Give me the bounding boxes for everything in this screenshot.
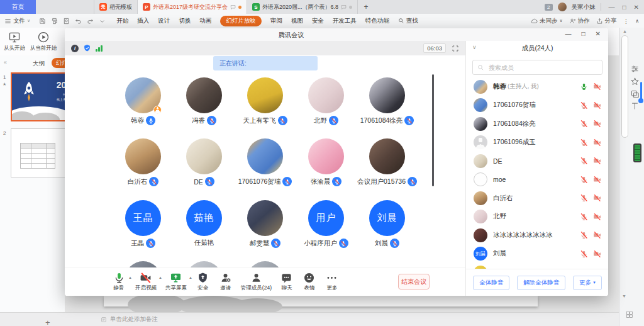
file-menu[interactable]: 文件 ∨ xyxy=(0,17,35,25)
meeting-maximize-button[interactable]: □ xyxy=(582,30,586,37)
notes-placeholder[interactable]: 单击此处添加备注 xyxy=(101,315,158,323)
meeting-security-shield-icon[interactable] xyxy=(83,44,91,52)
mute-button[interactable]: 静音 xyxy=(111,272,126,292)
scrollbar-thumb[interactable] xyxy=(621,35,628,138)
collaborate-button[interactable]: 协作 xyxy=(569,17,590,25)
security-button[interactable]: 安全 xyxy=(196,272,211,292)
participant-tile[interactable]: 17061076贺瑞 xyxy=(235,138,296,186)
chevron-up-icon[interactable]: ▲ xyxy=(158,276,162,279)
mic-muted-icon[interactable] xyxy=(580,194,588,202)
participant-tile[interactable]: 刘晨 刘晨 xyxy=(357,200,418,248)
ribbon-tab-design[interactable]: 设计 xyxy=(158,17,170,25)
more-tools-icon[interactable] xyxy=(99,18,106,25)
play-from-current-button[interactable]: 从当前开始 xyxy=(29,31,58,52)
manage-members-button[interactable]: 管理成员(24) xyxy=(241,272,272,292)
reactions-button[interactable]: 表情 xyxy=(302,272,317,292)
participant-tile[interactable]: 郝雯慧 xyxy=(235,200,296,248)
participant-tile[interactable]: 天上有零飞 xyxy=(235,77,296,125)
member-row[interactable]: 冰冰冰冰冰冰冰冰冰 xyxy=(466,226,608,245)
meeting-minimize-button[interactable]: — xyxy=(565,30,572,37)
chevron-up-icon[interactable]: ▲ xyxy=(128,276,132,279)
participant-tile[interactable]: 用户 小程序用户 xyxy=(296,200,357,248)
ribbon-tab-devtools[interactable]: 开发工具 xyxy=(333,17,357,25)
member-search-input[interactable] xyxy=(487,64,597,72)
mic-muted-icon[interactable] xyxy=(580,250,588,258)
undo-icon[interactable] xyxy=(75,18,82,25)
camera-off-icon[interactable] xyxy=(593,176,601,184)
mute-all-button[interactable]: 全体静音 xyxy=(473,276,509,290)
more-actions-button[interactable]: 更多 ▾ xyxy=(573,276,602,290)
tab-document-spreadsheet[interactable]: S 外语系2020届...（两个表）6.8 xyxy=(247,0,358,14)
ribbon-tab-security[interactable]: 安全 xyxy=(312,17,324,25)
camera-off-icon[interactable] xyxy=(593,250,601,258)
slide-sorter-view-icon[interactable] xyxy=(626,311,633,318)
member-row[interactable]: 刘晨 刘晨 xyxy=(466,245,608,264)
shapes-icon[interactable] xyxy=(630,89,640,99)
meeting-close-button[interactable]: ✕ xyxy=(596,30,601,37)
chevron-down-icon[interactable]: ∨ xyxy=(472,44,477,50)
member-row[interactable]: 17061084徐亮 xyxy=(466,115,608,133)
effects-star-icon[interactable] xyxy=(630,77,640,86)
sync-status-button[interactable]: 未同步 ∨ xyxy=(531,17,563,25)
mic-muted-icon[interactable] xyxy=(580,176,588,184)
mic-muted-icon[interactable] xyxy=(580,157,588,165)
ribbon-tab-review[interactable]: 审阅 xyxy=(270,17,282,25)
ribbon-tab-view[interactable]: 视图 xyxy=(291,17,303,25)
share-screen-button[interactable]: 共享屏幕 xyxy=(165,272,187,292)
scroll-down-icon[interactable]: ▼ xyxy=(622,294,626,298)
member-row[interactable]: 北野 xyxy=(466,208,608,227)
participant-tile[interactable]: 茹艳 任茹艳 xyxy=(174,200,235,248)
window-minimize-button[interactable]: — xyxy=(609,4,615,11)
mic-muted-icon[interactable] xyxy=(580,120,588,128)
collapse-ribbon-icon[interactable]: ∧ xyxy=(635,18,639,24)
member-row[interactable]: 17061096成玉 xyxy=(466,133,608,152)
start-video-button[interactable]: 开启视频 xyxy=(135,272,157,292)
grid-scrollbar[interactable] xyxy=(432,74,434,186)
panel-scroll-handle[interactable] xyxy=(638,98,643,103)
chevron-up-icon[interactable]: ▲ xyxy=(189,276,192,279)
print-icon[interactable] xyxy=(51,18,58,25)
collapse-panel-icon[interactable]: « xyxy=(4,59,7,65)
camera-off-icon[interactable] xyxy=(593,231,601,239)
mic-muted-icon[interactable] xyxy=(580,231,588,239)
save-icon[interactable] xyxy=(39,18,46,25)
user-avatar[interactable] xyxy=(558,3,567,11)
ribbon-tab-transition[interactable]: 切换 xyxy=(179,17,191,25)
member-row[interactable]: 韩蓉 (主持人, 我) xyxy=(466,77,608,96)
tab-docer-templates[interactable]: 壳 稻壳模板 xyxy=(94,0,138,14)
find-button[interactable]: 查找 xyxy=(398,17,418,25)
meeting-info-icon[interactable]: i xyxy=(71,45,79,52)
scroll-up-icon[interactable]: ▲ xyxy=(623,29,627,33)
camera-off-icon[interactable] xyxy=(593,157,601,165)
camera-off-icon[interactable] xyxy=(593,120,601,128)
camera-off-icon[interactable] xyxy=(593,82,601,91)
tab-home[interactable]: 首页 xyxy=(0,0,36,14)
tab-outline[interactable]: 大纲 xyxy=(33,60,45,68)
panel-scroll-indicator[interactable] xyxy=(640,82,642,99)
ribbon-tab-home[interactable]: 开始 xyxy=(116,17,128,25)
new-tab-button[interactable]: + xyxy=(358,0,374,14)
member-search-box[interactable] xyxy=(472,60,602,75)
participant-tile[interactable]: DE xyxy=(174,138,235,186)
meeting-titlebar[interactable]: 腾讯会议 — □ ✕ xyxy=(65,28,608,41)
notification-badge[interactable]: 2 xyxy=(545,4,552,11)
mic-muted-icon[interactable] xyxy=(580,213,588,221)
mic-on-icon[interactable] xyxy=(580,82,588,91)
end-meeting-button[interactable]: 结束会议 xyxy=(398,274,430,289)
ribbon-tab-animation[interactable]: 动画 xyxy=(199,17,211,25)
user-name[interactable]: 吴家小妹 xyxy=(572,3,596,11)
member-row[interactable]: 白沂右 xyxy=(466,189,608,208)
member-row[interactable]: 17061076贺瑞 xyxy=(466,96,608,115)
tab-slides-active[interactable]: 幻灯片 xyxy=(52,58,65,68)
mic-muted-icon[interactable] xyxy=(580,101,588,110)
mic-muted-icon[interactable] xyxy=(580,138,588,147)
fullscreen-icon[interactable] xyxy=(452,45,459,52)
camera-off-icon[interactable] xyxy=(593,213,601,221)
redo-icon[interactable] xyxy=(87,18,94,25)
text-tool-icon[interactable] xyxy=(630,101,640,111)
slide-thumbnail-2[interactable] xyxy=(11,128,65,177)
more-button[interactable]: 更多 xyxy=(325,272,340,292)
tab-document-presentation[interactable]: P 外语系2017级考研交流分享会 xyxy=(138,0,247,14)
window-close-button[interactable]: ✕ xyxy=(634,4,639,11)
participant-tile[interactable]: 17061084徐亮 xyxy=(357,77,418,125)
